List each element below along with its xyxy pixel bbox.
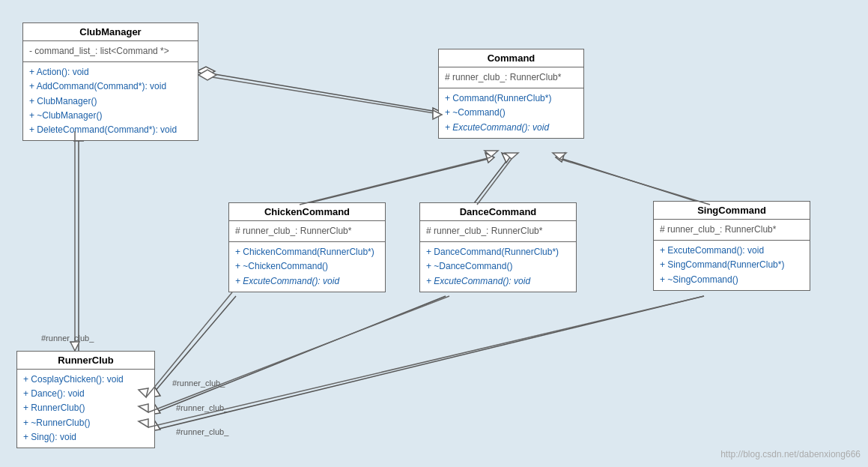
chickencommand-method-1: + ChickenCommand(RunnerClub*) — [235, 245, 379, 259]
singcommand-title: SingCommand — [654, 202, 810, 220]
runnerclub-method-2: + Dance(): void — [23, 387, 148, 401]
svg-marker-18 — [198, 70, 216, 80]
command-box: Command # runner_club_: RunnerClub* + Co… — [438, 49, 584, 139]
runnerclub-method-3: + RunnerClub() — [23, 401, 148, 415]
svg-line-13 — [150, 296, 446, 415]
svg-text:#runner_club_: #runner_club_ — [172, 379, 225, 388]
clubmanager-title: ClubManager — [23, 23, 198, 41]
svg-line-29 — [146, 292, 232, 397]
runnerclub-method-5: + Sing(): void — [23, 430, 148, 445]
clubmanager-method-5: + DeleteCommand(Command*): void — [29, 123, 192, 137]
svg-line-32 — [148, 296, 449, 412]
dancecommand-method-1: + DanceCommand(RunnerClub*) — [426, 245, 570, 259]
dancecommand-attr-1: # runner_club_: RunnerClub* — [426, 224, 570, 238]
svg-line-15 — [150, 296, 704, 431]
clubmanager-method-3: + ClubManager() — [29, 94, 192, 109]
runnerclub-method-1: + CosplayChicken(): void — [23, 373, 148, 387]
svg-text:#runner_club_: #runner_club_ — [176, 403, 229, 412]
svg-line-7 — [558, 157, 711, 206]
clubmanager-box: ClubManager - command_list_: list<Comman… — [22, 22, 198, 141]
svg-line-5 — [472, 157, 509, 206]
command-method-1: + Command(RunnerClub*) — [445, 91, 577, 106]
command-title: Command — [439, 49, 583, 67]
svg-line-0 — [197, 71, 442, 112]
dancecommand-title: DanceCommand — [420, 203, 576, 221]
svg-line-20 — [300, 157, 491, 205]
svg-marker-21 — [485, 151, 498, 157]
dancecommand-box: DanceCommand # runner_club_: RunnerClub*… — [419, 202, 577, 292]
svg-marker-8 — [556, 153, 565, 162]
svg-line-35 — [148, 296, 704, 427]
svg-marker-25 — [553, 153, 566, 159]
svg-line-11 — [150, 296, 236, 397]
chickencommand-attr-1: # runner_club_: RunnerClub* — [235, 224, 379, 238]
singcommand-method-2: + SingCommand(RunnerClub*) — [660, 258, 804, 272]
command-method-3: + ExcuteCommand(): void — [445, 121, 577, 135]
dancecommand-method-3: + ExcuteCommand(): void — [426, 274, 570, 289]
runnerclub-title: RunnerClub — [17, 352, 154, 370]
chickencommand-box: ChickenCommand # runner_club_: RunnerClu… — [228, 202, 386, 292]
chickencommand-title: ChickenCommand — [229, 203, 385, 221]
svg-text:#runner_club_: #runner_club_ — [176, 427, 229, 436]
svg-marker-6 — [502, 153, 511, 163]
svg-marker-1 — [197, 67, 215, 76]
svg-marker-23 — [505, 153, 518, 159]
clubmanager-method-4: + ~ClubManager() — [29, 109, 192, 123]
svg-line-3 — [296, 157, 494, 206]
singcommand-method-3: + ~SingCommand() — [660, 273, 804, 287]
svg-line-17 — [198, 75, 439, 114]
clubmanager-method-1: + Action(): void — [29, 65, 192, 79]
svg-text:#runner_club_: #runner_club_ — [41, 334, 94, 343]
svg-line-24 — [559, 159, 710, 205]
singcommand-attr-1: # runner_club_: RunnerClub* — [660, 223, 804, 237]
chickencommand-method-3: + ExcuteCommand(): void — [235, 274, 379, 289]
command-method-2: + ~Command() — [445, 106, 577, 120]
svg-marker-27 — [70, 342, 79, 351]
clubmanager-attr-1: - command_list_: list<Command *> — [29, 44, 192, 58]
watermark: http://blog.csdn.net/dabenxiong666 — [720, 449, 861, 460]
svg-marker-4 — [485, 153, 494, 163]
runnerclub-method-4: + ~RunnerClub() — [23, 416, 148, 430]
singcommand-box: SingCommand # runner_club_: RunnerClub* … — [653, 201, 810, 291]
command-attr-1: # runner_club_: RunnerClub* — [445, 70, 577, 85]
svg-line-22 — [477, 159, 512, 205]
chickencommand-method-2: + ~ChickenCommand() — [235, 259, 379, 274]
runnerclub-box: RunnerClub + CosplayChicken(): void + Da… — [16, 351, 155, 448]
dancecommand-method-2: + ~DanceCommand() — [426, 259, 570, 274]
singcommand-method-1: + ExcuteCommand(): void — [660, 244, 804, 258]
clubmanager-method-2: + AddCommand(Command*): void — [29, 79, 192, 94]
